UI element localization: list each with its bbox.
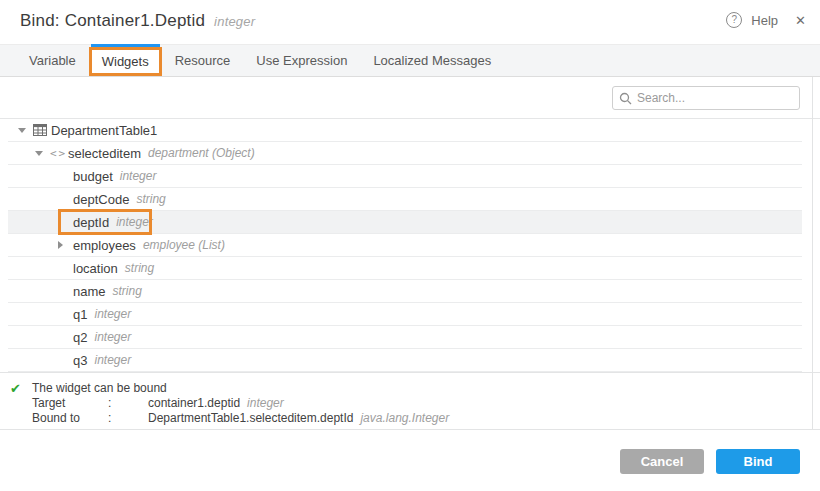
tree-node-label: name [73,284,106,299]
tree-node-label: location [73,261,118,276]
collapse-icon [35,151,43,156]
tree-row-q2[interactable]: q2 integer [8,326,802,349]
tree-node-type: string [113,284,142,298]
tree-node-label: q3 [73,353,87,368]
title-bar: Bind: Container1.Deptidinteger ? Help ✕ [0,0,820,44]
target-label: Target [32,396,108,411]
page-title-type: integer [214,14,255,29]
tree-node-label: deptCode [73,192,129,207]
status-message: The widget can be bound [32,381,167,396]
tree-row-deptcode[interactable]: deptCode string [8,188,802,211]
tree-node-type: employee (List) [143,238,225,252]
boundto-label: Bound to [32,411,108,426]
expand-icon [58,241,63,249]
tree-row-q3[interactable]: q3 integer [8,349,802,372]
search-icon [619,92,632,105]
tree-row-selecteditem[interactable]: <> selecteditem department (Object) [8,142,802,165]
tree-row-location[interactable]: location string [8,257,802,280]
target-colon: : [108,396,148,411]
tree-node-type: string [136,192,165,206]
tree-row-employees[interactable]: employees employee (List) [8,234,802,257]
expander-slot[interactable] [18,128,33,133]
cancel-button[interactable]: Cancel [620,449,704,474]
header-actions: ? Help ✕ [726,12,806,28]
tree-node-type: integer [94,353,131,367]
success-check-icon: ✔ [10,381,32,396]
tree-row-deptid[interactable]: deptId integer [8,211,802,234]
tab-resource[interactable]: Resource [162,45,244,77]
target-type: integer [247,396,284,411]
bind-button[interactable]: Bind [716,449,800,474]
boundto-type: java.lang.Integer [360,411,449,426]
tree-node-type: integer [94,307,131,321]
help-link[interactable]: Help [751,13,778,28]
bind-status-panel: ✔ The widget can be bound Target : conta… [0,372,820,430]
boundto-value: DepartmentTable1.selecteditem.deptId [148,411,353,426]
boundto-colon: : [108,411,148,426]
status-target-row: Target : container1.deptid integer [10,396,820,411]
help-icon[interactable]: ? [726,12,742,28]
tab-bar: Variable Widgets Resource Use Expression… [0,44,820,77]
tree-node-label: DepartmentTable1 [51,123,157,138]
tree-row-q1[interactable]: q1 integer [8,303,802,326]
status-boundto-row: Bound to : DepartmentTable1.selecteditem… [10,411,820,426]
search-input[interactable] [637,91,793,105]
search-box[interactable] [612,86,800,110]
tree-node-type: string [125,261,154,275]
tree-node-label: employees [73,238,136,253]
collapse-icon [18,128,26,133]
status-message-row: ✔ The widget can be bound [10,381,820,396]
bind-dialog: Bind: Container1.Deptidinteger ? Help ✕ … [0,0,820,491]
tree-node-type: integer [120,169,157,183]
expander-slot[interactable] [35,151,50,156]
expander-slot[interactable] [58,241,73,249]
widget-tree: DepartmentTable1 <> selecteditem departm… [0,119,820,372]
tree-node-label: selecteditem [68,146,141,161]
tree-node-label: deptId [73,215,109,230]
tab-localized-messages[interactable]: Localized Messages [360,45,504,77]
object-icon: <> [50,147,68,160]
page-title: Bind: Container1.Deptidinteger [20,11,255,31]
tab-variable[interactable]: Variable [16,45,89,77]
tree-row-departmenttable1[interactable]: DepartmentTable1 [8,119,802,142]
tab-widgets[interactable]: Widgets [89,47,162,76]
tree-node-label: q1 [73,307,87,322]
close-icon[interactable]: ✕ [795,13,806,28]
page-title-text: Bind: Container1.Deptid [20,11,205,30]
table-icon [33,124,51,136]
tab-use-expression[interactable]: Use Expression [243,45,360,77]
tree-node-type: integer [116,215,153,229]
tree-node-type: integer [94,330,131,344]
target-value: container1.deptid [148,396,240,411]
tree-node-type: department (Object) [148,146,255,160]
tree-node-label: q2 [73,330,87,345]
tree-row-budget[interactable]: budget integer [8,165,802,188]
tree-node-label: budget [73,169,113,184]
tree-row-name[interactable]: name string [8,280,802,303]
